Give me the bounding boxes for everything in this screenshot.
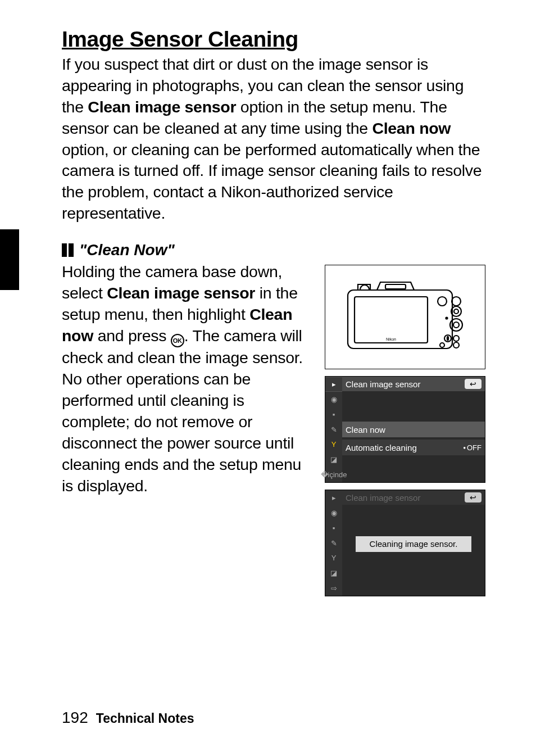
back-icon: ↩ — [465, 379, 482, 389]
subhead-text: "Clean Now" — [79, 241, 175, 259]
menu-body-2: Clean image sensor ↩ Cleaning image sens… — [342, 490, 485, 596]
svg-point-14 — [453, 342, 459, 348]
svg-point-11 — [447, 336, 449, 341]
camera-back-icon: Nikon — [338, 278, 473, 356]
clean-now-paragraph: Holding the camera base down, select Cle… — [62, 261, 315, 496]
section-name: Technical Notes — [96, 711, 194, 726]
illustration-column: Nikon ▸ ◉ ▪ ✎ Y ◪ �içinde Clean image se… — [325, 261, 485, 603]
auto-cleaning-label: Automatic cleaning — [346, 443, 417, 452]
menu-row-auto-cleaning: Automatic cleaning ●OFF — [342, 440, 485, 455]
menu-title-row: Clean image sensor ↩ — [342, 377, 485, 391]
menu-title-dim: Clean image sensor — [346, 493, 420, 503]
intro-text-3: option, or cleaning can be performed aut… — [62, 141, 482, 223]
svg-point-3 — [438, 297, 447, 306]
svg-point-9 — [446, 318, 448, 319]
subsection-heading: "Clean Now" — [62, 241, 485, 259]
menu-tabs: ▸ ◉ ▪ ✎ Y ◪ �içinde — [325, 377, 342, 482]
subhead-marker-icon — [62, 243, 74, 257]
svg-point-8 — [453, 322, 459, 328]
pencil-tab-icon: ✎ — [325, 536, 342, 551]
svg-rect-0 — [348, 290, 452, 348]
two-column-layout: Holding the camera base down, select Cle… — [62, 261, 485, 603]
ok-button-icon: OK — [171, 334, 184, 347]
play-tab-icon: ▸ — [325, 490, 342, 505]
video-tab-icon: ▪ — [325, 520, 342, 536]
svg-rect-2 — [385, 284, 406, 289]
menu-body: Clean image sensor ↩ Clean now Automatic… — [342, 377, 485, 482]
svg-text:Nikon: Nikon — [386, 337, 396, 341]
cn-text-3: and press — [93, 327, 171, 345]
camera-tab-icon: ◉ — [325, 392, 342, 407]
setup-tab-icon: Y — [325, 437, 342, 452]
cleaning-status-band: Cleaning image sensor. — [356, 536, 471, 552]
svg-point-6 — [454, 309, 458, 314]
camera-tab-icon: ◉ — [325, 505, 342, 520]
pencil-tab-icon: ✎ — [325, 422, 342, 437]
intro-bold-1: Clean image sensor — [88, 98, 236, 116]
retouch-tab-icon: ◪ — [325, 565, 342, 581]
off-indicator: ●OFF — [463, 443, 482, 452]
svg-point-4 — [452, 297, 461, 306]
camera-diagram: Nikon — [325, 265, 485, 369]
svg-point-13 — [453, 336, 459, 341]
page-number: 192 — [62, 709, 88, 726]
video-tab-icon: ▪ — [325, 407, 342, 422]
cn-text-4: . The camera will check and clean the im… — [62, 327, 303, 495]
recent-tab-icon: �içinde — [325, 467, 342, 482]
recent-tab-icon: ⇨ — [325, 581, 342, 596]
page-content: Image Sensor Cleaning If you suspect tha… — [0, 0, 536, 603]
menu-title-row-dim: Clean image sensor ↩ — [342, 490, 485, 505]
off-text: OFF — [467, 443, 482, 452]
page-footer: 192 Technical Notes — [62, 709, 194, 727]
cn-bold-1: Clean image sensor — [107, 284, 255, 302]
menu-tabs-dim: ▸ ◉ ▪ ✎ Y ◪ ⇨ — [325, 490, 342, 596]
section-heading: Image Sensor Cleaning — [62, 27, 485, 52]
menu-title: Clean image sensor — [346, 379, 420, 389]
svg-point-12 — [440, 343, 444, 347]
clean-now-label: Clean now — [346, 425, 385, 434]
menu-row-clean-now: Clean now — [342, 422, 485, 437]
play-tab-icon: ▸ — [325, 377, 342, 392]
retouch-tab-icon: ◪ — [325, 452, 342, 467]
setup-tab-icon: Y — [325, 551, 342, 566]
back-icon: ↩ — [465, 492, 482, 503]
side-tab — [0, 229, 19, 290]
intro-paragraph: If you suspect that dirt or dust on the … — [62, 54, 485, 224]
menu-screen-1: ▸ ◉ ▪ ✎ Y ◪ �içinde Clean image sensor ↩… — [325, 376, 485, 483]
svg-rect-1 — [355, 297, 428, 343]
intro-bold-2: Clean now — [372, 119, 451, 137]
menu-screen-2: ▸ ◉ ▪ ✎ Y ◪ ⇨ Clean image sensor ↩ Clean… — [325, 490, 485, 596]
